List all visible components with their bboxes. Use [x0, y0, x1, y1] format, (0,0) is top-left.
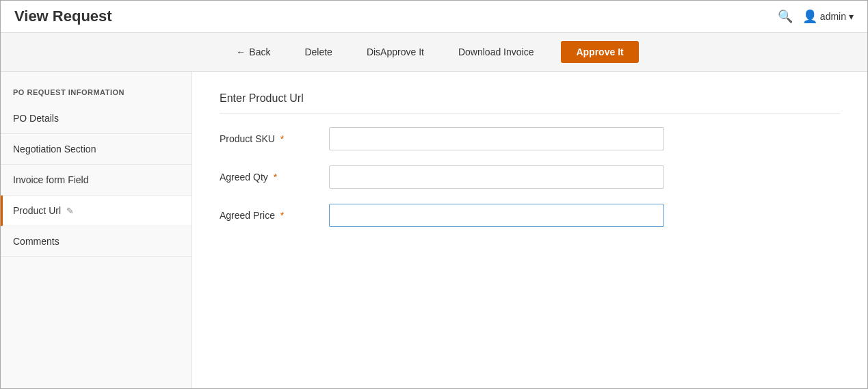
main-content: PO REQUEST INFORMATION PO Details Negoti…: [1, 72, 867, 388]
user-label: admin: [820, 11, 846, 22]
sidebar-item-label: Product Url: [13, 205, 61, 216]
sidebar-item-po-details[interactable]: PO Details: [1, 103, 192, 134]
agreed-qty-label: Agreed Qty *: [220, 172, 329, 183]
sidebar: PO REQUEST INFORMATION PO Details Negoti…: [1, 72, 192, 388]
product-sku-input[interactable]: [329, 127, 664, 150]
delete-button[interactable]: Delete: [298, 42, 339, 62]
agreed-price-row: Agreed Price *: [220, 204, 840, 227]
required-star: *: [274, 172, 277, 183]
sidebar-item-comments[interactable]: Comments: [1, 226, 192, 257]
search-icon: 🔍: [778, 10, 793, 23]
disapprove-button[interactable]: DisApprove It: [360, 42, 431, 62]
sidebar-item-label: PO Details: [13, 113, 59, 124]
delete-label: Delete: [304, 46, 332, 57]
agreed-qty-row: Agreed Qty *: [220, 165, 840, 189]
agreed-price-label: Agreed Price *: [220, 210, 329, 221]
agreed-price-input[interactable]: [329, 204, 664, 227]
sidebar-item-label: Comments: [13, 236, 60, 247]
header-right: 🔍 👤 admin ▾: [778, 9, 854, 24]
user-menu[interactable]: 👤 admin ▾: [802, 9, 854, 24]
header: View Request 🔍 👤 admin ▾: [1, 1, 867, 33]
agreed-qty-input[interactable]: [329, 165, 664, 189]
sidebar-item-label: Negotiation Section: [13, 144, 96, 155]
sidebar-item-invoice[interactable]: Invoice form Field: [1, 165, 192, 196]
download-invoice-button[interactable]: Download Invoice: [451, 42, 541, 62]
product-sku-label: Product SKU *: [220, 133, 329, 144]
edit-icon: ✎: [66, 206, 74, 216]
required-star: *: [280, 210, 284, 221]
search-button[interactable]: 🔍: [778, 9, 793, 24]
toolbar: ← Back Delete DisApprove It Download Inv…: [1, 33, 867, 72]
user-icon: 👤: [802, 9, 817, 24]
download-invoice-label: Download Invoice: [458, 46, 534, 57]
approve-label: Approve It: [576, 46, 623, 57]
sidebar-item-product-url[interactable]: Product Url ✎: [1, 196, 192, 226]
back-button[interactable]: ← Back: [229, 42, 277, 62]
sidebar-section-title: PO REQUEST INFORMATION: [1, 79, 192, 103]
product-sku-row: Product SKU *: [220, 127, 840, 150]
approve-button[interactable]: Approve It: [561, 41, 638, 63]
sidebar-item-label: Invoice form Field: [13, 174, 88, 185]
dropdown-icon: ▾: [849, 11, 854, 22]
sidebar-item-negotiation[interactable]: Negotiation Section: [1, 134, 192, 165]
page-title: View Request: [14, 8, 112, 25]
form-section-title: Enter Product Url: [220, 92, 840, 113]
back-label: Back: [249, 46, 270, 57]
back-arrow-icon: ←: [236, 46, 246, 57]
required-star: *: [280, 133, 284, 144]
form-area: Enter Product Url Product SKU * Agreed Q…: [192, 72, 867, 388]
disapprove-label: DisApprove It: [367, 46, 424, 57]
main-window: View Request 🔍 👤 admin ▾ ← Back Delete D…: [0, 0, 868, 389]
